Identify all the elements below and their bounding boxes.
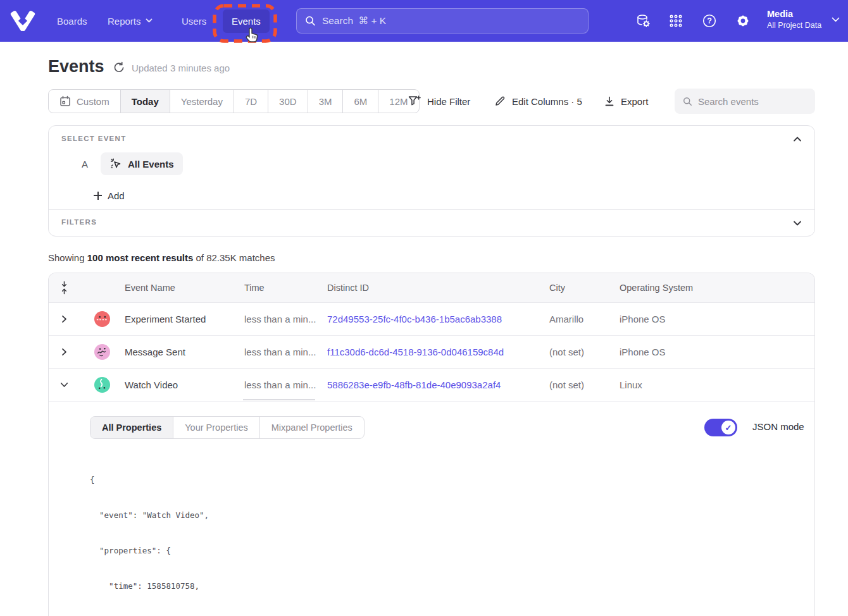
date-range-label: Yesterday [181, 96, 223, 107]
table-header-row: Event Name Time Distinct ID City Operati… [49, 273, 814, 303]
sort-icon[interactable] [60, 281, 68, 295]
json-line: "time": 1585810758, [90, 581, 814, 593]
add-label: Add [108, 190, 125, 201]
date-range-30d[interactable]: 30D [268, 90, 308, 113]
events-search-input[interactable] [698, 96, 807, 107]
page-title: Events [48, 57, 104, 77]
date-range-label: Custom [77, 96, 109, 107]
event-detail-panel: All Properties Your Properties Mixpanel … [49, 402, 814, 616]
table-row-expanded[interactable]: Watch Video less than a min... 5886283e-… [49, 369, 814, 402]
select-event-label: SELECT EVENT [61, 135, 127, 142]
project-scope: All Project Data [767, 20, 821, 31]
date-range-label: 6M [354, 96, 367, 107]
nav-item-reports[interactable]: Reports [108, 0, 153, 42]
svg-text:?: ? [707, 16, 712, 25]
page: Boards Reports Users Events [0, 0, 848, 616]
chevron-down-icon[interactable] [832, 17, 840, 23]
selected-event-label: All Events [128, 159, 174, 169]
nav-label-reports: Reports [108, 16, 141, 27]
table-row[interactable]: Message Sent less than a min... f11c30d6… [49, 336, 814, 369]
col-header-time[interactable]: Time [244, 283, 327, 293]
col-header-os[interactable]: Operating System [620, 283, 732, 293]
plus-icon [94, 192, 102, 200]
hide-filter-button[interactable]: Hide Filter [408, 89, 470, 113]
date-range-label: 12M [389, 96, 408, 107]
apps-grid-icon[interactable] [668, 13, 683, 28]
nav-item-events[interactable]: Events [223, 0, 270, 42]
row-menu-icon[interactable] [759, 318, 769, 321]
edit-columns-label: Edit Columns · 5 [512, 96, 582, 107]
tab-your-properties[interactable]: Your Properties [173, 417, 259, 438]
drag-handle[interactable] [61, 159, 68, 169]
global-search-input[interactable] [322, 15, 580, 27]
global-search[interactable] [296, 8, 589, 34]
event-selector-chip[interactable]: All Events [101, 152, 183, 175]
date-range-6m[interactable]: 6M [342, 90, 378, 113]
tab-all-properties[interactable]: All Properties [90, 417, 173, 438]
col-header-distinct-id[interactable]: Distinct ID [327, 283, 549, 293]
search-icon [683, 96, 692, 107]
section-divider [49, 209, 814, 210]
date-range-today[interactable]: Today [120, 90, 170, 113]
date-range-3m[interactable]: 3M [308, 90, 343, 113]
event-os: iPhone OS [620, 314, 732, 324]
pencil-icon [494, 95, 506, 107]
export-label: Export [621, 96, 648, 107]
project-selector[interactable]: Media All Project Data [767, 8, 821, 31]
date-range-7d[interactable]: 7D [234, 90, 268, 113]
hide-filter-label: Hide Filter [427, 96, 470, 107]
json-line: { [90, 474, 814, 486]
tab-label: All Properties [102, 422, 161, 433]
collapse-section-icon[interactable] [792, 133, 803, 145]
expand-row-icon[interactable] [58, 346, 70, 359]
data-management-icon[interactable] [635, 13, 651, 28]
event-more-menu-icon[interactable] [196, 163, 207, 165]
events-table: Event Name Time Distinct ID City Operati… [48, 273, 815, 616]
last-updated-text: Updated 3 minutes ago [132, 63, 230, 73]
refresh-icon[interactable] [113, 61, 125, 74]
nav-item-boards[interactable]: Boards [57, 0, 87, 42]
date-range-label: Today [132, 96, 159, 107]
export-button[interactable]: Export [604, 89, 648, 113]
json-properties-view: { "event": "Watch Video", "properties": … [90, 451, 814, 616]
filter-funnel-icon [408, 95, 421, 107]
row-menu-icon[interactable] [759, 384, 769, 386]
row-menu-icon[interactable] [759, 351, 769, 354]
distinct-id-link[interactable]: f11c30d6-dc6d-4518-9136-0d046159c84d [327, 347, 549, 357]
event-os: Linux [620, 379, 732, 390]
summary-prefix: Showing [48, 252, 87, 263]
event-time: less than a min... [244, 347, 327, 357]
expand-row-icon[interactable] [58, 313, 70, 326]
expand-section-icon[interactable] [792, 218, 803, 229]
summary-suffix: of 82.35K matches [193, 252, 275, 263]
date-range-yesterday[interactable]: Yesterday [170, 90, 234, 113]
date-range-custom[interactable]: Custom [49, 90, 120, 113]
event-avatar [94, 343, 111, 360]
distinct-id-link[interactable]: 72d49553-25fc-4f0c-b436-1b5ac6ab3388 [327, 314, 549, 324]
events-search[interactable] [675, 89, 815, 114]
col-header-city[interactable]: City [549, 283, 620, 293]
edit-columns-button[interactable]: Edit Columns · 5 [494, 89, 582, 113]
settings-gear-icon[interactable] [735, 13, 751, 28]
json-mode-toggle[interactable]: ✓ [704, 419, 737, 436]
distinct-id-link[interactable]: 5886283e-e9fb-48fb-81de-40e9093a2af4 [327, 379, 549, 390]
event-time: less than a min... [244, 314, 327, 324]
properties-tab-group: All Properties Your Properties Mixpanel … [90, 416, 365, 439]
nav-item-users[interactable]: Users [182, 0, 206, 42]
json-mode-label: JSON mode [752, 421, 804, 432]
col-header-event-name[interactable]: Event Name [125, 283, 244, 293]
mixpanel-logo-icon[interactable] [13, 11, 34, 31]
help-icon[interactable]: ? [702, 13, 717, 28]
event-os: iPhone OS [620, 347, 732, 357]
project-name: Media [767, 8, 821, 20]
collapse-row-icon[interactable] [58, 379, 70, 391]
search-icon [305, 15, 316, 27]
table-row[interactable]: Experiment Started less than a min... 72… [49, 303, 814, 336]
add-event-button[interactable]: Add [94, 187, 125, 204]
tab-mixpanel-properties[interactable]: Mixpanel Properties [259, 417, 364, 438]
event-city: Amarillo [549, 314, 620, 324]
event-city: (not set) [549, 379, 620, 390]
nav-label-boards: Boards [57, 16, 87, 27]
date-range-label: 3M [319, 96, 332, 107]
chevron-down-icon [146, 18, 153, 23]
